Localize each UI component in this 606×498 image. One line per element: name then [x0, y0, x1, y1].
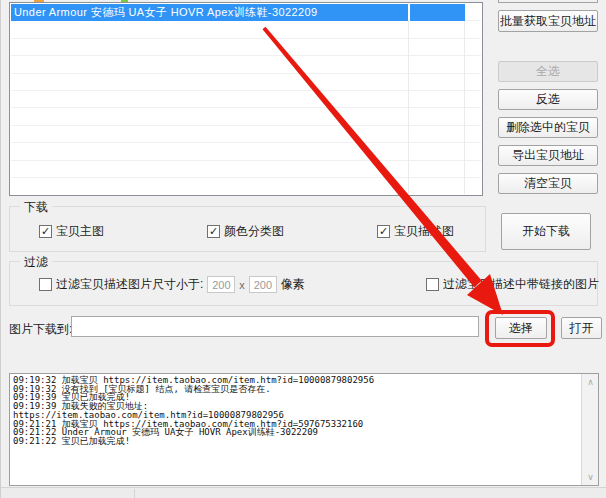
export-urls-button[interactable]: 导出宝贝地址: [498, 145, 598, 166]
download-group-title: 下载: [20, 199, 52, 216]
download-options-group: 下载 ✓ 宝贝主图 ✓ 颜色分类图 ✓ 宝贝描述图: [9, 206, 486, 252]
checkbox-unchecked-icon[interactable]: [39, 278, 52, 291]
batch-get-urls-button[interactable]: 批量获取宝贝地址: [498, 10, 598, 32]
checkbox-checked-icon[interactable]: ✓: [207, 225, 220, 238]
log-line: 09:21:22 宝贝已加载完成!: [13, 437, 578, 446]
scroll-down-icon[interactable]: ∨: [582, 469, 599, 485]
checkbox-unchecked-icon[interactable]: [426, 278, 439, 291]
status-bar: [1, 487, 606, 498]
download-path-input[interactable]: [71, 316, 479, 337]
invert-selection-button[interactable]: 反选: [498, 89, 598, 110]
checkbox-color-variant-image[interactable]: ✓ 颜色分类图: [207, 223, 284, 240]
filter-options-group: 过滤 过滤宝贝描述图片尺寸小于: x 像素 过滤宝贝描述中带链接的图片: [9, 261, 598, 306]
delete-selected-button[interactable]: 删除选中的宝贝: [498, 117, 598, 138]
selection-column-gap: [408, 4, 410, 21]
open-folder-button[interactable]: 打开: [561, 317, 602, 339]
min-width-input[interactable]: [207, 276, 235, 293]
log-text: 09:19:32 加载宝贝 https://item.taobao.com/it…: [13, 376, 578, 446]
cropped-button: [498, 0, 598, 3]
filter-group-title: 过滤: [20, 254, 52, 271]
checkbox-filter-small-images[interactable]: 过滤宝贝描述图片尺寸小于: x 像素: [39, 276, 305, 293]
select-all-button: 全选: [498, 61, 598, 82]
item-list[interactable]: Under Armour 安德玛 UA女子 HOVR Apex训练鞋-30222…: [9, 2, 483, 196]
list-grid-lines: [11, 4, 481, 194]
checkbox-label: 过滤宝贝描述中带链接的图片: [443, 276, 599, 293]
scroll-up-icon[interactable]: ∧: [582, 374, 599, 390]
checkbox-filter-linked-images[interactable]: 过滤宝贝描述中带链接的图片: [426, 276, 599, 293]
choose-folder-button[interactable]: 选择: [495, 317, 547, 339]
log-scrollbar[interactable]: ∧ ∨: [581, 374, 598, 485]
checkbox-label: 宝贝描述图: [394, 223, 454, 240]
checkbox-checked-icon[interactable]: ✓: [377, 225, 390, 238]
clear-items-button[interactable]: 清空宝贝: [498, 173, 598, 194]
checkbox-checked-icon[interactable]: ✓: [39, 225, 52, 238]
checkbox-description-image[interactable]: ✓ 宝贝描述图: [377, 223, 454, 240]
dimension-separator: x: [239, 279, 245, 291]
list-item-label: Under Armour 安德玛 UA女子 HOVR Apex训练鞋-30222…: [14, 6, 318, 18]
list-item-selected[interactable]: Under Armour 安德玛 UA女子 HOVR Apex训练鞋-30222…: [11, 4, 465, 21]
taobao-image-downloader-window: Under Armour 安德玛 UA女子 HOVR Apex训练鞋-30222…: [0, 0, 606, 498]
log-console[interactable]: 09:19:32 加载宝贝 https://item.taobao.com/it…: [9, 373, 599, 486]
checkbox-label: 颜色分类图: [224, 223, 284, 240]
list-column-divider: [408, 4, 409, 194]
checkbox-label: 过滤宝贝描述图片尺寸小于:: [56, 276, 203, 293]
list-column-divider: [464, 4, 465, 194]
download-path-label: 图片下载到:: [9, 321, 72, 338]
min-height-input[interactable]: [249, 276, 277, 293]
unit-label: 像素: [281, 276, 305, 293]
checkbox-main-image[interactable]: ✓ 宝贝主图: [39, 223, 104, 240]
checkbox-label: 宝贝主图: [56, 223, 104, 240]
start-download-button[interactable]: 开始下载: [501, 213, 591, 250]
status-bar-divider: [134, 489, 135, 498]
